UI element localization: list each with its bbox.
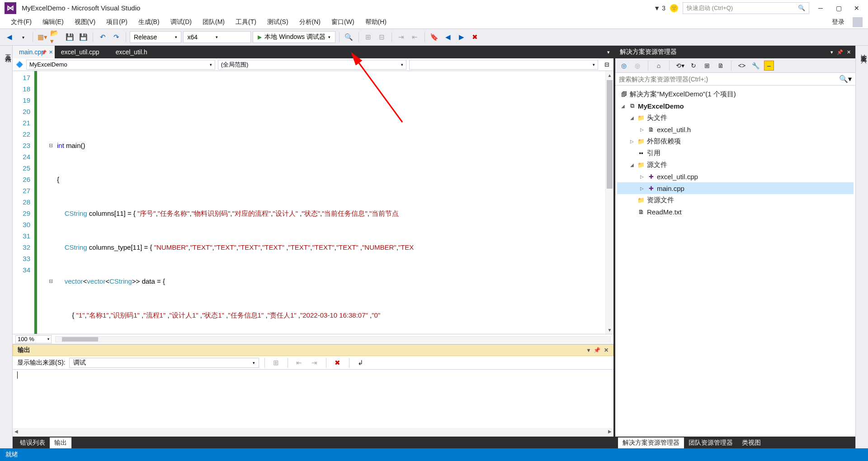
tab-class-view[interactable]: 类视图 bbox=[737, 437, 765, 448]
menu-edit[interactable]: 编辑(E) bbox=[37, 17, 69, 27]
open-button[interactable]: 📂▾ bbox=[50, 31, 62, 43]
expand-icon[interactable]: ▷ bbox=[639, 186, 645, 191]
minimize-button[interactable]: ─ bbox=[814, 3, 827, 14]
file-readme[interactable]: 🗎ReadMe.txt bbox=[617, 206, 854, 218]
bookmark-next-button[interactable]: ▶ bbox=[456, 31, 467, 43]
folder-headers[interactable]: ◢📁头文件 bbox=[617, 112, 854, 124]
close-button[interactable]: ✕ bbox=[850, 3, 863, 14]
save-button[interactable]: 💾 bbox=[64, 31, 75, 43]
uncomment-button[interactable]: ⊟ bbox=[376, 31, 388, 43]
solution-search[interactable]: 🔍▾ bbox=[615, 73, 855, 86]
login-link[interactable]: 登录 bbox=[832, 18, 849, 26]
save-all-button[interactable]: 💾 bbox=[77, 31, 89, 43]
fwd-button[interactable]: ◎ bbox=[632, 61, 642, 71]
expand-icon[interactable]: ◢ bbox=[629, 115, 635, 120]
close-icon[interactable]: ✕ bbox=[847, 49, 851, 55]
expand-icon[interactable]: ◢ bbox=[629, 162, 635, 167]
output-hscroll[interactable]: ◀▶ bbox=[13, 428, 613, 437]
dropdown-icon[interactable]: ▾ bbox=[830, 49, 833, 55]
expand-icon[interactable]: ▷ bbox=[629, 139, 635, 144]
menu-build[interactable]: 生成(B) bbox=[133, 17, 165, 27]
menu-help[interactable]: 帮助(H) bbox=[360, 17, 392, 27]
close-icon[interactable]: ✕ bbox=[604, 347, 609, 353]
collapse-icon[interactable]: ⊟ bbox=[49, 276, 53, 287]
start-debug-button[interactable]: ▶本地 Windows 调试器▾ bbox=[253, 31, 335, 43]
collapse-icon[interactable]: ⊟ bbox=[49, 140, 53, 151]
back-button[interactable]: ◎ bbox=[619, 61, 629, 71]
file-excel-util-h[interactable]: ▷🗎excel_util.h bbox=[617, 124, 854, 135]
menu-project[interactable]: 项目(P) bbox=[101, 17, 133, 27]
tab-excel-util-cpp[interactable]: excel_util.cpp bbox=[55, 46, 109, 58]
nav-back-button[interactable]: ◀ bbox=[4, 31, 15, 43]
toolbox-panel-tab[interactable]: 工具箱 bbox=[0, 46, 13, 448]
notification-flag[interactable]: ▼3 bbox=[654, 5, 665, 12]
indent-button[interactable]: ⇥ bbox=[396, 31, 407, 43]
tab-dropdown-icon[interactable]: ▾ bbox=[607, 49, 610, 55]
menu-team[interactable]: 团队(M) bbox=[197, 17, 230, 27]
redo-button[interactable]: ↷ bbox=[110, 31, 122, 43]
refresh-button[interactable]: ↻ bbox=[689, 61, 698, 71]
config-combo[interactable]: Release▾ bbox=[130, 31, 181, 43]
output-body[interactable] bbox=[13, 370, 613, 428]
folder-resources[interactable]: 📁资源文件 bbox=[617, 194, 854, 206]
nav-fwd-button[interactable]: ▾ bbox=[17, 31, 29, 43]
pin-icon[interactable]: 📌 bbox=[41, 50, 47, 55]
zoom-combo[interactable]: 100 %▾ bbox=[15, 335, 52, 343]
solution-search-input[interactable] bbox=[619, 76, 839, 83]
menu-window[interactable]: 窗口(W) bbox=[326, 17, 360, 27]
comment-button[interactable]: ⊞ bbox=[363, 31, 374, 43]
folder-sources[interactable]: ◢📁源文件 bbox=[617, 159, 854, 171]
bookmark-prev-button[interactable]: ◀ bbox=[442, 31, 454, 43]
wrap-button[interactable]: ↲ bbox=[355, 357, 367, 369]
horizontal-scrollbar[interactable] bbox=[55, 336, 611, 342]
menu-file[interactable]: 文件(F) bbox=[5, 17, 37, 27]
quick-launch-input[interactable]: 快速启动 (Ctrl+Q)🔍 bbox=[683, 2, 809, 14]
code-editor[interactable]: 17 18 19 20 21 22 23 24 25 26 27 28 29 3… bbox=[13, 71, 613, 334]
split-icon[interactable]: ⊟ bbox=[603, 61, 611, 69]
expand-icon[interactable]: ◢ bbox=[620, 104, 626, 109]
next-button[interactable]: ⇥ bbox=[309, 357, 321, 369]
tab-main-cpp[interactable]: main.cpp📌✕ bbox=[13, 46, 55, 58]
menu-tools[interactable]: 工具(T) bbox=[230, 17, 262, 27]
find-button[interactable]: 🔍 bbox=[343, 31, 355, 43]
new-button[interactable]: ▦▾ bbox=[37, 31, 48, 43]
tab-excel-util-h[interactable]: excel_util.h bbox=[109, 46, 157, 58]
pin-icon[interactable]: 📌 bbox=[594, 347, 600, 353]
undo-button[interactable]: ↶ bbox=[97, 31, 108, 43]
scrollbar-thumb[interactable] bbox=[607, 80, 613, 189]
feedback-icon[interactable]: 🙂 bbox=[670, 4, 678, 12]
context-combo[interactable]: (全局范围)▾ bbox=[218, 60, 407, 70]
scroll-up-icon[interactable]: ▲ bbox=[606, 71, 613, 79]
tab-error-list[interactable]: 错误列表 bbox=[15, 437, 50, 448]
bookmark-button[interactable]: 🔖 bbox=[429, 31, 440, 43]
outdent-button[interactable]: ⇤ bbox=[409, 31, 421, 43]
output-source-combo[interactable]: 调试▾ bbox=[69, 358, 259, 368]
maximize-button[interactable]: ▢ bbox=[832, 3, 845, 14]
tab-team-explorer[interactable]: 团队资源管理器 bbox=[684, 437, 737, 448]
prev-button[interactable]: ⇤ bbox=[293, 357, 305, 369]
show-all-button[interactable]: 🗎 bbox=[716, 61, 726, 71]
file-excel-util-cpp[interactable]: ▷✚excel_util.cpp bbox=[617, 171, 854, 182]
scroll-down-icon[interactable]: ▼ bbox=[606, 326, 613, 334]
bookmark-clear-button[interactable]: ✖ bbox=[469, 31, 481, 43]
properties-button[interactable]: 🔧 bbox=[750, 61, 760, 71]
menu-analyze[interactable]: 分析(N) bbox=[294, 17, 326, 27]
user-icon[interactable] bbox=[853, 17, 863, 27]
menu-debug[interactable]: 调试(D) bbox=[165, 17, 197, 27]
menu-test[interactable]: 测试(S) bbox=[262, 17, 294, 27]
project-node[interactable]: ◢⧉MyExcelDemo bbox=[617, 100, 854, 112]
code-body[interactable]: ⊟int main() { CString columns[11] = { "序… bbox=[34, 71, 613, 334]
clear-all-button[interactable]: ✖ bbox=[332, 357, 344, 369]
home-button[interactable]: ⌂ bbox=[654, 61, 664, 71]
folder-external[interactable]: ▷📁外部依赖项 bbox=[617, 135, 854, 147]
vertical-scrollbar[interactable]: ▲ ▼ bbox=[605, 71, 613, 334]
clear-output-button[interactable]: ⊞ bbox=[270, 357, 282, 369]
expand-icon[interactable]: ▷ bbox=[639, 174, 645, 179]
diagnostics-panel-tab[interactable]: 诊断工具 bbox=[855, 46, 868, 448]
preview-button[interactable]: – bbox=[764, 61, 774, 71]
collapse-button[interactable]: ⊞ bbox=[702, 61, 712, 71]
dropdown-icon[interactable]: ▾ bbox=[587, 347, 590, 353]
file-main-cpp[interactable]: ▷✚main.cpp bbox=[617, 182, 854, 194]
tab-output[interactable]: 输出 bbox=[50, 437, 71, 448]
member-combo[interactable]: ▾ bbox=[409, 60, 598, 70]
